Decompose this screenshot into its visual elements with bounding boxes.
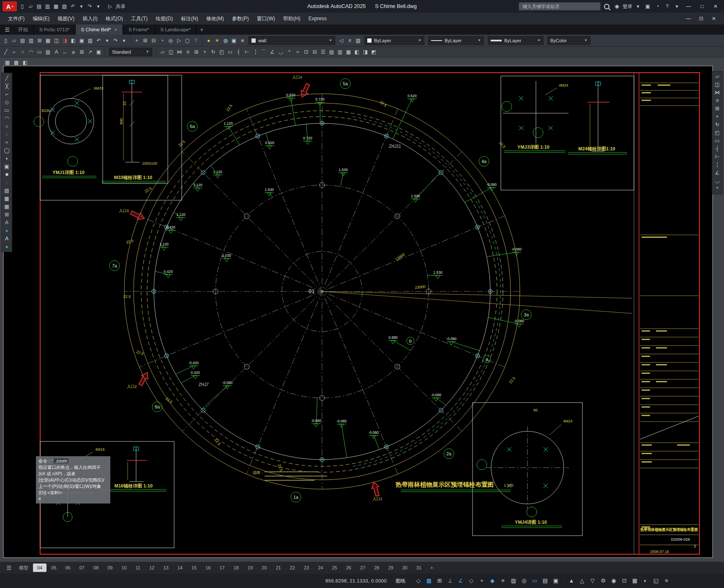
array-icon[interactable]: ⊞ [713, 105, 721, 112]
qnew-icon[interactable]: ▯ [2, 37, 10, 44]
measure-icon[interactable]: ⌀ [69, 48, 77, 56]
ucs-icon[interactable]: ● [3, 227, 11, 234]
annotation-panel-icon[interactable]: ▦ [344, 48, 352, 56]
close-button[interactable]: ✕ [710, 3, 721, 9]
make-block-icon[interactable]: ■ [3, 171, 11, 178]
stretch-icon[interactable]: ▭ [226, 48, 234, 56]
fillet-icon[interactable]: ◡ [277, 48, 285, 56]
menu-item-2[interactable]: 视图(V) [54, 14, 78, 24]
line-icon[interactable]: ╱ [2, 48, 10, 56]
named-views-icon[interactable]: ▢ [183, 37, 191, 44]
arc-icon[interactable]: ◠ [27, 48, 35, 56]
rectangle-icon[interactable]: ▭ [36, 48, 44, 56]
layer-panel-icon[interactable]: ▤ [328, 48, 336, 56]
leader-icon[interactable]: ↗ [86, 48, 94, 56]
autoscale-icon[interactable]: △ [577, 576, 587, 585]
copy-icon[interactable]: ◫ [167, 48, 175, 56]
spline-icon[interactable]: ≈ [3, 139, 11, 146]
layout-tab-14[interactable]: 14 [173, 564, 187, 572]
stretch-icon[interactable]: ▭ [713, 137, 721, 144]
shade-icon[interactable]: ◧ [21, 59, 29, 66]
layer-match-icon[interactable]: ▧ [354, 37, 362, 44]
table-icon[interactable]: ⊞ [3, 211, 11, 218]
layer-dropdown[interactable]: wall ▼ [249, 36, 335, 45]
layout-tab-17[interactable]: 17 [215, 564, 229, 572]
save-as-icon[interactable]: ▥ [44, 3, 52, 10]
layout-tab-29[interactable]: 29 [384, 564, 397, 572]
array-icon[interactable]: ⊞ [192, 48, 200, 56]
layout-tab-11[interactable]: 11 [131, 564, 145, 572]
linetype-dropdown[interactable]: ByLayer ▼ [428, 36, 484, 45]
region-icon[interactable]: ▦ [3, 203, 11, 210]
layout-menu-icon[interactable]: ☰ [3, 565, 14, 571]
explode-icon[interactable]: * [713, 185, 721, 193]
text-style-dropdown[interactable]: Standard ▼ [109, 48, 152, 56]
share-button[interactable]: ▷ 共享 [106, 3, 126, 10]
lineweight-dropdown[interactable]: ByLayer ▼ [488, 36, 544, 45]
infer-constraints-icon[interactable]: ◇ [413, 576, 423, 585]
extend-icon[interactable]: ⊢ [243, 48, 251, 56]
search-icon[interactable] [604, 4, 609, 9]
menu-item-10[interactable]: 窗口(W) [253, 14, 279, 24]
menu-item-8[interactable]: 修改(M) [202, 14, 228, 24]
doc-minimize-icon[interactable]: — [683, 16, 694, 22]
linetype-panel-icon[interactable]: ▥ [336, 48, 344, 56]
break-icon[interactable]: ╎ [713, 161, 721, 169]
align-icon[interactable]: ≈ [294, 48, 302, 56]
layout-tab-23[interactable]: 23 [300, 564, 313, 572]
layer-lock-icon[interactable]: ▣ [230, 37, 238, 44]
redo-caret-icon[interactable]: ▾ [94, 3, 102, 10]
undo-icon[interactable]: ↶ [69, 3, 77, 10]
rotate-icon[interactable]: ↻ [713, 121, 721, 128]
file-tab-1[interactable]: S PoSc 0713* [34, 24, 76, 35]
scale-icon[interactable]: ◰ [218, 48, 226, 56]
pan-icon[interactable]: + [133, 37, 141, 44]
app-menu-button[interactable]: A ▾ [3, 1, 17, 11]
clean-screen-icon[interactable]: ◱ [651, 576, 661, 585]
doc-close-icon[interactable]: ✕ [708, 16, 720, 22]
menu-item-12[interactable]: Express [305, 14, 331, 23]
extend-icon[interactable]: ⊢ [713, 153, 721, 161]
file-tab-2[interactable]: S Chime Bell*× [76, 24, 123, 35]
text-style-icon[interactable]: A [3, 235, 11, 242]
menu-item-1[interactable]: 编辑(E) [29, 14, 53, 24]
lineweight-display-icon[interactable]: ≡ [498, 576, 508, 585]
layout-tab-24[interactable]: 24 [314, 564, 327, 572]
layout-tab-10[interactable]: 10 [117, 564, 131, 572]
redo-caret-icon[interactable]: ▾ [120, 37, 128, 44]
chamfer-icon[interactable]: ∠ [713, 169, 721, 177]
quick-view-icon[interactable]: ▦ [630, 576, 640, 585]
save-as-icon[interactable]: ▥ [27, 37, 35, 44]
new-tab-button[interactable]: + [197, 26, 207, 33]
explode-icon[interactable]: * [285, 48, 293, 56]
open-file-icon[interactable]: ▱ [27, 3, 35, 10]
trim-icon[interactable]: ┤ [713, 145, 721, 152]
layout-tab-21[interactable]: 21 [271, 564, 285, 572]
rotate-icon[interactable]: ↻ [209, 48, 217, 56]
object-snap-icon[interactable]: ◆ [487, 576, 497, 585]
break-icon[interactable]: ╎ [251, 48, 260, 56]
paste-icon[interactable]: ▣ [78, 37, 86, 44]
maximize-button[interactable]: □ [696, 3, 708, 9]
annotation-scale-icon[interactable]: ▽ [587, 576, 598, 585]
rectangle-icon[interactable]: ▭ [3, 106, 11, 114]
lock-ui-icon[interactable]: ▣ [551, 576, 561, 585]
layer-states-icon[interactable]: ≡ [346, 37, 354, 44]
tab-close-icon[interactable]: × [115, 27, 117, 32]
file-tab-3[interactable]: S Frame* [123, 24, 155, 35]
login-caret-icon[interactable]: ▾ [634, 3, 642, 10]
menu-item-3[interactable]: 插入(I) [79, 14, 101, 24]
layout-tab-30[interactable]: 30 [398, 564, 412, 572]
units-icon[interactable]: ⊡ [619, 576, 629, 585]
layout-tab-09[interactable]: 09 [103, 564, 117, 572]
layout-tab-27[interactable]: 27 [356, 564, 369, 572]
qopen-icon[interactable]: ▱ [10, 37, 18, 44]
layout-tab-13[interactable]: 13 [159, 564, 172, 572]
polar-tracking-icon[interactable]: ∠ [456, 576, 466, 585]
ortho-icon[interactable]: ⊥ [445, 576, 455, 585]
mirror-icon[interactable]: ⋈ [175, 48, 183, 56]
plot-preview-icon[interactable]: ◫ [52, 37, 60, 44]
qsave-icon[interactable]: ▤ [19, 37, 27, 44]
layout-tab-08[interactable]: 08 [89, 564, 103, 572]
redo-icon[interactable]: ↷ [112, 37, 120, 44]
